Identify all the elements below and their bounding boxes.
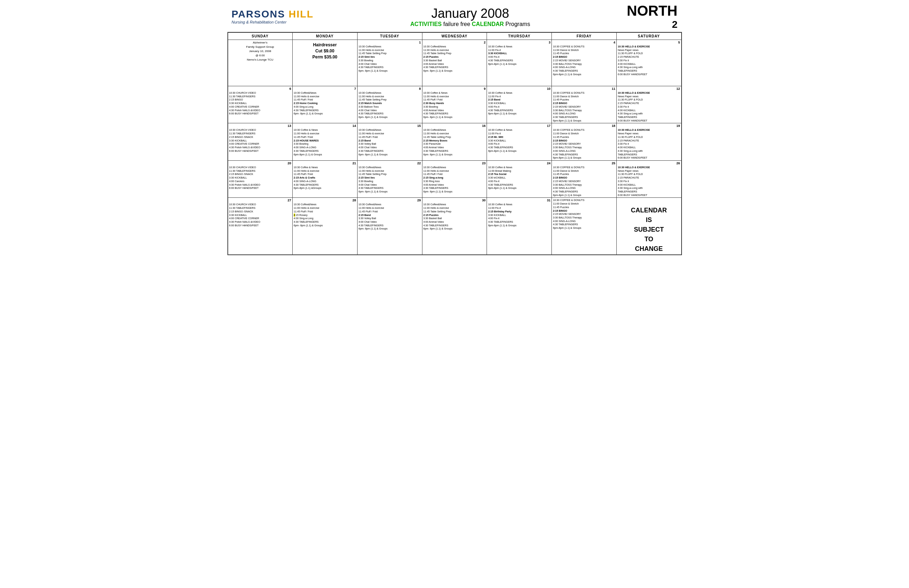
event: 6pm- 8pm (1.1) & Groups — [294, 112, 356, 115]
event: 3:30 Bowling — [359, 59, 421, 62]
event: 11:45 Fluff / Fold — [294, 136, 356, 139]
day-28: 28 — [294, 199, 356, 202]
event: 3:30 Fix it — [618, 142, 680, 146]
event: 3:30 BALLTOSS Therapy — [553, 183, 615, 187]
event: 4:30 TABLEFINGERS — [488, 109, 550, 112]
day-2: 2 — [424, 40, 486, 44]
event: 3:30 KICKBALL — [488, 213, 550, 217]
event: 6:00 BUSY HANDS/FEET — [618, 194, 680, 197]
event: 4:30 Polish NAILS &VIDEO — [229, 220, 291, 224]
event: 4:00 CREATIVE CORNER — [229, 142, 291, 146]
event: 2:15 Birthday Party — [488, 210, 550, 213]
event: 11:45 Fluff / Fold — [294, 210, 356, 213]
event: 2:15 BINGO — [553, 55, 615, 59]
day-9: 9 — [424, 87, 486, 90]
day-21: 21 — [294, 162, 356, 165]
event: News Paper news — [618, 95, 680, 99]
event: 11:45 Table Setting Prep — [424, 52, 486, 55]
event: 6:00 BUSY HANDS/FEET — [618, 156, 680, 160]
event: TABLEFINGERS — [618, 190, 680, 194]
event: 10:30 COFFEE & DONUTS — [553, 199, 615, 202]
event: 2:15 Sing-a-long — [424, 176, 486, 179]
table-row: Alzheimer'sFamily Support GroupJanuary 1… — [228, 40, 682, 86]
day-8: 8 — [359, 87, 421, 90]
event: 6:00 BUSY HANDS/FEET — [618, 73, 680, 76]
event: 4:30 Sing-a-Long with — [618, 66, 680, 69]
event: 6pm- 8pm (1.1) & Groups — [359, 115, 421, 119]
event: 4:30 TABLEFINGERS — [424, 66, 486, 69]
event: 4:30 TABLEFINGERS — [553, 115, 615, 119]
event: 10:30 Coffee & News — [488, 128, 550, 132]
day-3: 3 — [488, 40, 550, 44]
event: 6pm-8pm (1.1) & Groups — [488, 186, 550, 190]
event: 2:15 Puzzles — [424, 213, 486, 217]
event: 11:00 Bread Making — [488, 169, 550, 173]
event: 10:30 Coffee&News — [359, 166, 421, 169]
event: 4:30 TABLEFINGERS — [424, 149, 486, 153]
day-14: 14 — [294, 124, 356, 128]
event: 3:30 Volley Ball — [359, 216, 421, 220]
event: 4:00 SING-A-LONG — [294, 179, 356, 183]
event: 2:15 BINGO /SNACK — [229, 136, 291, 139]
event: 3:30 Basket Ball — [424, 216, 486, 220]
cell-tue-22: 22 10:30 Coffee&News 11:00 Hello & exerc… — [357, 160, 422, 197]
event: 11:30 TABLEFINGERS — [229, 169, 291, 173]
cell-mon-7: 7 10:30 Coffee&News 11:00 Hello & exerci… — [292, 86, 357, 123]
event: 4:00 Fix-it — [488, 105, 550, 109]
event: 4:30 TABLEFINGERS — [553, 153, 615, 157]
event: 6pm-8pm (1.1) & Groups — [488, 224, 550, 227]
event: 11:00 Hello & exercise — [294, 169, 356, 173]
cell-tue-29: 29 10:30 Coffee&News 11:00 Hello & exerc… — [357, 198, 422, 255]
north-label: NORTH — [627, 3, 677, 19]
event: TABLEFINGERS — [618, 69, 680, 73]
event: 4:30 Polish NAILS &VIDEO — [229, 146, 291, 149]
event: 6pm- 8pm (1.1) & Groups — [424, 115, 486, 119]
event: 6:00 BUSY HANDS/FEET — [229, 186, 291, 190]
cell-sat-5: 5 10:30 HELLO & EXERCISE News Paper news… — [617, 40, 682, 86]
day-15: 15 — [359, 124, 421, 128]
rosary-highlight: 2 — [294, 213, 295, 216]
event: 2:15 MOVIE/ SENSORY — [553, 142, 615, 146]
event: 11:00 Fix-it — [488, 132, 550, 136]
day-29: 29 — [359, 199, 421, 202]
cell-wed-23: 23 10:30 Coffee&News 11:00 Hello & exerc… — [422, 160, 487, 197]
day-1: 1 — [359, 40, 421, 44]
event: 11:45 Puzzles — [553, 136, 615, 139]
event: 10:30 COFFEE & DONUTS — [553, 91, 615, 95]
cell-mon-21: 21 10:30 Coffee & News 11:00 Hello & exe… — [292, 160, 357, 197]
event: 4:00 KICKBALL — [618, 183, 680, 187]
event: TABLEFINGERS — [618, 153, 680, 157]
event: 2:15 PARACHUTE — [618, 139, 680, 142]
table-row: 6 10:30 CHURCH VIDEO 11:30 TABLEFINGERS … — [228, 86, 682, 123]
event: 11:45 Table Setting Prep — [359, 98, 421, 102]
page-header: PARSONS HILL Nursing & Rehabilitation Ce… — [227, 0, 682, 32]
event: 11:45 Fluff / Fold — [359, 136, 421, 139]
event: 3:30 KICKBALL — [488, 102, 550, 105]
cell-fri-4: 4 10:30 COFFEE & DONUTS 11:00 Dance & St… — [552, 40, 617, 86]
cell-wed-30: 30 10:30 Coffee&News 11:00 Hello & exerc… — [422, 198, 487, 255]
event: 2:15 BINGO — [553, 209, 615, 213]
event: 11:45 Fluff / Fold — [359, 210, 421, 213]
event: 11:00 Dance & Stretch — [553, 169, 615, 173]
event: 6pm-8pm (1.1) & Groups — [553, 156, 615, 160]
event: 6:00 BUSY HANDS/FEET — [229, 149, 291, 153]
event: 10:30 CHURCH VIDEO — [229, 128, 291, 132]
event: 11:45 Puzzles — [553, 173, 615, 176]
table-row: 20 10:30 CHURCH VIDEO 11:30 TABLEFINGERS… — [228, 160, 682, 197]
event: 11:45 Fluff / Fold — [424, 173, 486, 176]
event: 3:30 Ring toss — [424, 179, 486, 183]
event: 3:30 BALLTOSS Therapy — [553, 216, 615, 220]
event: 4:30 TABLEFINGERS — [488, 220, 550, 224]
event: 4:30 TABLEFINGERS — [359, 149, 421, 153]
event: 3:30 Balloon Toss — [359, 105, 421, 109]
event: 6pm- 8pm (1.1) & Groups — [359, 190, 421, 194]
event: 11:00 Hello & exercise — [359, 48, 421, 52]
event: News Paper news — [618, 169, 680, 173]
event: 4:00 Chat Video — [359, 183, 421, 187]
event: 11:45 Table setting Prep — [424, 136, 486, 139]
event: 4:00 Carolers — [229, 179, 291, 183]
day-16: 16 — [424, 124, 486, 128]
event: 4:30 Sing-a-Long with — [618, 149, 680, 153]
event: 2:15 BINGO /SNACK — [229, 173, 291, 176]
cell-thu-24: 24 10:30 Coffee & News 11:00 Bread Makin… — [487, 160, 552, 197]
